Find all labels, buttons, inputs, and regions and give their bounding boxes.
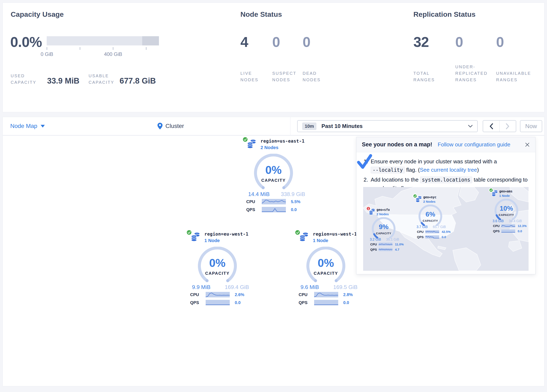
qps-sparkline	[501, 229, 515, 233]
check-icon	[490, 189, 492, 191]
geo-header: 1 geo=sfo 2 Nodes	[367, 207, 405, 217]
configuration-steps: 1. Ensure every node in your cluster was…	[356, 152, 535, 193]
qps-value: 0.0	[442, 235, 446, 239]
region-node-count-link[interactable]: 1 Node	[204, 238, 248, 243]
replication-status-title: Replication Status	[413, 10, 476, 18]
capacity-percent: 0%	[303, 256, 349, 269]
suspect-nodes-value: 0	[272, 34, 280, 50]
under-replicated-ranges-value: 0	[455, 34, 463, 50]
qps-value: 0.0	[291, 207, 297, 212]
now-button[interactable]: Now	[520, 120, 542, 132]
chevron-down-icon	[468, 125, 473, 128]
cpu-label: CPU	[417, 230, 425, 234]
qps-row: QPS 4.7	[370, 247, 405, 252]
qps-label: QPS	[299, 300, 314, 305]
region-group-us-west-1[interactable]: region=us-west-1 1 Node 0% CAPACITY 9.6 …	[295, 230, 360, 306]
capacity-percent: 0%	[194, 256, 240, 269]
nodes-on-map-panel: See your nodes on a map! Follow our conf…	[356, 137, 535, 274]
cpu-sparkline	[206, 292, 230, 297]
geo-node-count-link[interactable]: 1 Node	[499, 194, 513, 198]
region-header: region=eu-west-1 1 Node	[187, 230, 252, 247]
dead-nodes-label: DEADNODES	[303, 63, 342, 83]
axis-tick	[47, 47, 47, 50]
now-button-label: Now	[525, 123, 537, 130]
health-ok-badge	[489, 188, 493, 193]
geo-group-sfo[interactable]: 1 geo=sfo 2 Nodes 9% CAPAC	[367, 207, 405, 252]
cpu-label: CPU	[299, 292, 314, 297]
node-status-title: Node Status	[240, 10, 282, 18]
capacity-caption: CAPACITY	[303, 271, 349, 276]
geo-label: geo=nyc	[423, 195, 437, 199]
time-step-forward-button[interactable]	[500, 121, 516, 132]
unavailable-ranges-label: UNAVAILABLERANGES	[496, 63, 536, 83]
capacity-percent: 9%	[369, 223, 399, 231]
qps-sparkline	[206, 300, 230, 305]
geo-node-count-link[interactable]: 2 Nodes	[423, 200, 437, 203]
unavailable-ranges-value: 0	[496, 34, 504, 50]
configuration-guide-link[interactable]: Follow our configuration guide	[438, 141, 510, 148]
cpu-row: CPU 5.5%	[246, 198, 308, 206]
node-map-canvas: region=us-east-1 2 Nodes 0% CAPACITY 14.…	[2, 136, 545, 386]
axis-tick-label: 0 GiB	[34, 51, 60, 57]
region-group-eu-west-1[interactable]: region=eu-west-1 1 Node 0% CAPACITY 9.9 …	[187, 230, 252, 306]
qps-row: QPS 0.0	[417, 234, 452, 239]
geo-header: geo=nyc 2 Nodes	[414, 195, 452, 205]
cpu-sparkline	[425, 230, 439, 233]
locality-tree-link[interactable]: See current locality tree	[420, 167, 477, 173]
usable-capacity-label: USABLE CAPACITY	[89, 73, 114, 86]
close-button[interactable]	[525, 142, 530, 147]
geo-node-count-link[interactable]: 2 Nodes	[376, 212, 390, 216]
cpu-sparkline	[501, 224, 515, 227]
capacity-percent: 0%	[250, 163, 297, 176]
database-nodes-icon	[191, 232, 200, 242]
capacity-usage-bar	[47, 36, 159, 45]
health-ok-badge	[295, 229, 301, 235]
region-node-count-link[interactable]: 1 Node	[313, 238, 357, 243]
axis-tick	[146, 47, 146, 50]
time-step-back-button[interactable]	[483, 121, 499, 132]
used-capacity-label: USED CAPACITY	[11, 73, 36, 86]
region-header: region=us-east-1 2 Nodes	[243, 137, 308, 154]
qps-label: QPS	[493, 229, 501, 233]
cpu-value: 11.0%	[395, 242, 404, 246]
used-capacity: 9.6 MiB	[301, 284, 319, 290]
geo-group-ams[interactable]: geo=ams 1 Node 10% CAPACITY 3.6 GiB 34.4…	[490, 189, 528, 234]
capacity-caption: CAPACITY	[250, 178, 297, 183]
warning-count-badge: 1	[366, 206, 371, 211]
region-node-count-link[interactable]: 2 Nodes	[260, 145, 305, 150]
node-map-page: { "colors": { "accent_blue": "#3a7de0", …	[0, 0, 547, 392]
cpu-row: CPU 2.8%	[299, 291, 360, 298]
cpu-row: CPU 2.6%	[190, 291, 252, 298]
capacity-percent: 6%	[415, 210, 445, 218]
chevron-right-icon	[506, 123, 510, 129]
cpu-value: 42.5%	[442, 230, 451, 234]
capacity-usage-bar-reserved-segment	[142, 36, 159, 45]
capacity-gauge: 0% CAPACITY	[250, 154, 297, 190]
region-header: region=us-west-1 1 Node	[295, 230, 360, 247]
capacity-caption: CAPACITY	[194, 271, 240, 276]
total-capacity: 169.4 GiB	[225, 284, 249, 290]
view-dropdown[interactable]: Node Map	[10, 117, 45, 135]
cpu-label: CPU	[190, 292, 206, 297]
time-range-select[interactable]: 10m Past 10 Minutes	[297, 120, 478, 132]
database-nodes-icon	[299, 232, 309, 242]
check-icon	[188, 231, 191, 234]
cpu-row: CPU 12.3%	[493, 223, 528, 228]
qps-label: QPS	[190, 300, 206, 305]
qps-sparkline	[314, 300, 338, 305]
qps-value: 0.0	[235, 300, 241, 305]
cpu-label: CPU	[370, 242, 379, 246]
cpu-label: CPU	[493, 224, 501, 228]
time-step-controls	[483, 120, 516, 132]
step-1-text: Ensure every node in your cluster was st…	[371, 157, 529, 174]
geo-group-nyc[interactable]: geo=nyc 2 Nodes 6% CAPACITY 3.7 GiB 65.7…	[414, 195, 452, 239]
capacity-usage-percent: 0.0%	[10, 34, 42, 50]
capacity-gauge: 6% CAPACITY	[415, 205, 445, 227]
used-capacity: 9.9 MiB	[192, 284, 211, 290]
region-group-us-east-1[interactable]: region=us-east-1 2 Nodes 0% CAPACITY 14.…	[243, 137, 308, 213]
map-pin-icon	[157, 123, 163, 129]
cpu-sparkline	[262, 199, 286, 204]
step-1: 1. Ensure every node in your cluster was…	[363, 157, 529, 174]
chevron-left-icon	[489, 123, 493, 129]
cpu-value: 5.5%	[291, 199, 301, 204]
